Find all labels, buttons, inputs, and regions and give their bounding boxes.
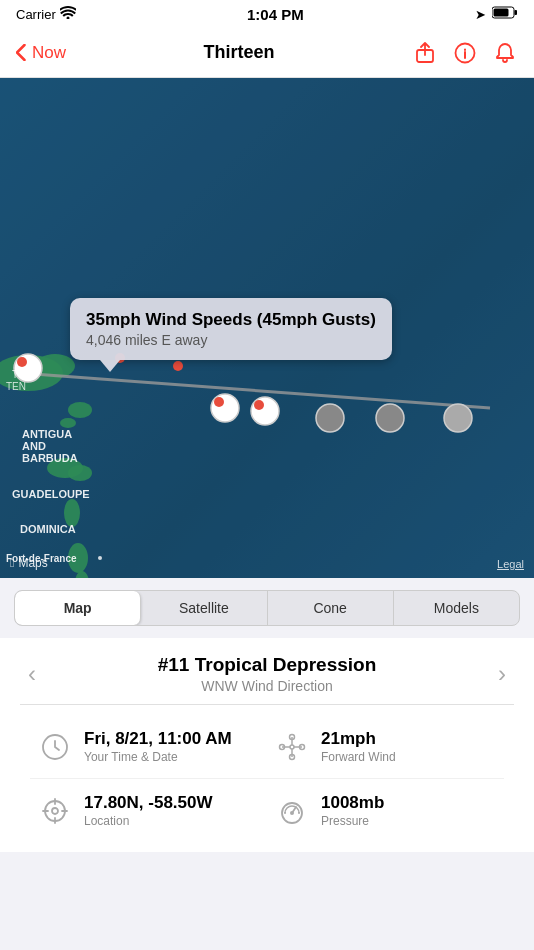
svg-point-19 <box>173 361 183 371</box>
svg-point-24 <box>316 404 344 432</box>
pressure-value: 1008mb <box>321 793 384 813</box>
info-cell-pressure: 1008mb Pressure <box>267 779 504 842</box>
storm-details-grid: Fri, 8/21, 11:00 AM Your Time & Date <box>20 715 514 842</box>
svg-text:ANTIGUA: ANTIGUA <box>22 428 72 440</box>
svg-point-25 <box>376 404 404 432</box>
info-cell-wind: 21mph Forward Wind <box>267 715 504 779</box>
tooltip-subtitle: 4,046 miles E away <box>86 332 376 348</box>
wind-label: Forward Wind <box>321 750 396 764</box>
prev-storm-button[interactable]: ‹ <box>20 656 44 692</box>
storm-subtitle: WNW Wind Direction <box>60 678 474 694</box>
map-tooltip: 35mph Wind Speeds (45mph Gusts) 4,046 mi… <box>70 298 392 360</box>
carrier-text: Carrier <box>16 7 56 22</box>
svg-rect-1 <box>515 10 518 15</box>
status-bar: Carrier 1:04 PM ➤ <box>0 0 534 28</box>
svg-text:GUADELOUPE: GUADELOUPE <box>12 488 90 500</box>
svg-point-23 <box>254 400 264 410</box>
info-text-wind: 21mph Forward Wind <box>321 729 396 764</box>
info-text-location: 17.80N, -58.50W Location <box>84 793 213 828</box>
svg-rect-2 <box>494 9 509 17</box>
segment-cone[interactable]: Cone <box>268 591 394 625</box>
clock-icon <box>38 730 72 764</box>
segment-satellite[interactable]: Satellite <box>141 591 267 625</box>
svg-point-8 <box>68 402 92 418</box>
info-cell-location: 17.80N, -58.50W Location <box>30 779 267 842</box>
storm-title: #11 Tropical Depression <box>60 654 474 676</box>
segment-map[interactable]: Map <box>15 591 141 625</box>
svg-text:T: T <box>12 369 18 380</box>
wifi-icon <box>60 6 76 22</box>
location-icon: ➤ <box>475 7 486 22</box>
notifications-button[interactable] <box>492 40 518 66</box>
next-storm-button[interactable]: › <box>490 656 514 692</box>
share-button[interactable] <box>412 40 438 66</box>
page-title: Thirteen <box>204 42 275 63</box>
svg-point-22 <box>251 397 279 425</box>
datetime-value: Fri, 8/21, 11:00 AM <box>84 729 232 749</box>
info-button[interactable] <box>452 40 478 66</box>
svg-text:BARBUDA: BARBUDA <box>22 452 78 464</box>
storm-info-card: ‹ #11 Tropical Depression WNW Wind Direc… <box>0 638 534 852</box>
svg-point-56 <box>290 811 294 815</box>
svg-point-39 <box>290 745 294 749</box>
svg-text:TEN: TEN <box>6 381 26 392</box>
location-value: 17.80N, -58.50W <box>84 793 213 813</box>
storm-title-block: #11 Tropical Depression WNW Wind Directi… <box>60 654 474 694</box>
svg-point-21 <box>214 397 224 407</box>
datetime-label: Your Time & Date <box>84 750 232 764</box>
maps-label: Maps <box>18 556 47 570</box>
back-button[interactable]: Now <box>16 43 66 63</box>
legal-button[interactable]: Legal <box>497 558 524 570</box>
svg-text:AND: AND <box>22 440 46 452</box>
wind-icon <box>275 730 309 764</box>
tooltip-title: 35mph Wind Speeds (45mph Gusts) <box>86 310 376 330</box>
svg-point-17 <box>17 357 27 367</box>
status-right-icons: ➤ <box>475 5 518 23</box>
carrier-label: Carrier <box>16 6 76 22</box>
svg-point-16 <box>14 354 42 382</box>
svg-text:DOMINICA: DOMINICA <box>20 523 76 535</box>
info-cell-datetime: Fri, 8/21, 11:00 AM Your Time & Date <box>30 715 267 779</box>
map-type-segmented-control: Map Satellite Cone Models <box>14 590 520 626</box>
svg-point-49 <box>52 808 58 814</box>
storm-header: ‹ #11 Tropical Depression WNW Wind Direc… <box>20 654 514 694</box>
wind-value: 21mph <box>321 729 396 749</box>
svg-point-26 <box>444 404 472 432</box>
back-label: Now <box>32 43 66 63</box>
storm-divider <box>20 704 514 705</box>
pressure-icon <box>275 794 309 828</box>
apple-logo:  <box>10 556 14 570</box>
info-text-pressure: 1008mb Pressure <box>321 793 384 828</box>
maps-attribution:  Maps <box>10 556 48 570</box>
info-text-datetime: Fri, 8/21, 11:00 AM Your Time & Date <box>84 729 232 764</box>
battery-icon <box>492 5 518 23</box>
map-view[interactable]: ANTIGUA AND BARBUDA GUADELOUPE DOMINICA … <box>0 78 534 578</box>
status-time: 1:04 PM <box>247 6 304 23</box>
svg-point-33 <box>98 556 102 560</box>
svg-text:SAINT: SAINT <box>18 576 51 578</box>
segment-models[interactable]: Models <box>394 591 519 625</box>
nav-bar: Now Thirteen <box>0 28 534 78</box>
svg-point-20 <box>211 394 239 422</box>
location-label: Location <box>84 814 213 828</box>
svg-point-11 <box>68 465 92 481</box>
location-crosshair-icon <box>38 794 72 828</box>
pressure-label: Pressure <box>321 814 384 828</box>
nav-action-buttons <box>412 40 518 66</box>
svg-point-9 <box>60 418 76 428</box>
